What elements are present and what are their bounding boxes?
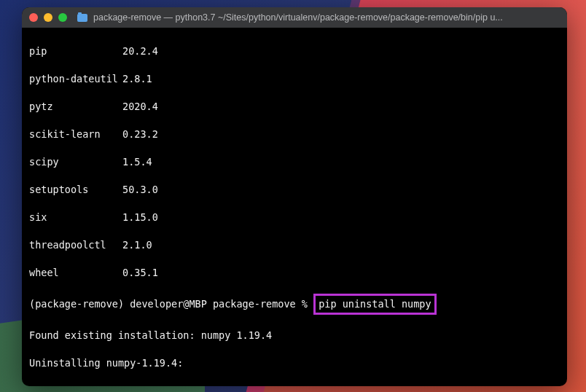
- package-version: 2020.4: [122, 100, 158, 114]
- package-row: pip20.2.4: [29, 44, 560, 58]
- command-text: pip uninstall numpy: [319, 298, 431, 310]
- package-row: six1.15.0: [29, 211, 560, 224]
- output-line: Uninstalling numpy-1.19.4:: [29, 356, 560, 370]
- package-version: 2.8.1: [122, 72, 152, 86]
- prompt-prefix: (package-remove) developer@MBP package-r…: [29, 297, 313, 311]
- package-name: six: [29, 211, 122, 224]
- package-version: 50.3.0: [122, 183, 158, 197]
- folder-icon: [77, 14, 87, 22]
- close-button[interactable]: [29, 13, 38, 22]
- terminal-content[interactable]: pip20.2.4 python-dateutil2.8.1 pytz2020.…: [22, 28, 567, 386]
- maximize-button[interactable]: [58, 13, 67, 22]
- package-name: pip: [29, 44, 122, 58]
- prompt-line: (package-remove) developer@MBP package-r…: [29, 294, 560, 315]
- package-name: wheel: [29, 266, 122, 280]
- highlighted-command: pip uninstall numpy: [313, 294, 436, 315]
- package-name: setuptools: [29, 183, 122, 197]
- package-version: 20.2.4: [122, 44, 158, 58]
- output-line: Would remove:: [29, 384, 560, 386]
- minimize-button[interactable]: [44, 13, 52, 22]
- traffic-lights: [29, 13, 67, 22]
- package-row: threadpoolctl2.1.0: [29, 238, 560, 252]
- package-row: wheel0.35.1: [29, 266, 560, 280]
- package-name: python-dateutil: [29, 72, 122, 86]
- window-title: package-remove — python3.7 ~/Sites/pytho…: [93, 12, 560, 23]
- package-version: 0.23.2: [122, 128, 158, 141]
- package-version: 0.35.1: [122, 266, 158, 280]
- package-row: setuptools50.3.0: [29, 183, 560, 197]
- package-version: 1.5.4: [122, 155, 152, 169]
- package-version: 2.1.0: [122, 238, 152, 252]
- package-row: python-dateutil2.8.1: [29, 72, 560, 86]
- package-name: threadpoolctl: [29, 238, 122, 252]
- package-row: pytz2020.4: [29, 100, 560, 114]
- package-row: scipy1.5.4: [29, 155, 560, 169]
- terminal-window: package-remove — python3.7 ~/Sites/pytho…: [22, 7, 567, 386]
- package-name: scikit-learn: [29, 128, 122, 141]
- package-name: scipy: [29, 155, 122, 169]
- title-bar: package-remove — python3.7 ~/Sites/pytho…: [22, 7, 567, 28]
- package-name: pytz: [29, 100, 122, 114]
- output-line: Found existing installation: numpy 1.19.…: [29, 329, 560, 342]
- package-row: scikit-learn0.23.2: [29, 128, 560, 141]
- package-version: 1.15.0: [122, 211, 158, 224]
